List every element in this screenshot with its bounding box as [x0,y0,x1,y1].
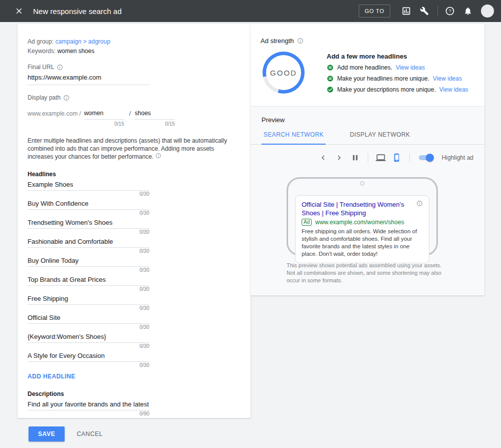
top-bar: New responsive search ad GO TO ? [0,0,501,22]
headline-input-6[interactable] [28,274,149,286]
ad-strength-gauge: GOOD [263,52,305,94]
headline-field: 0/30 [28,236,149,254]
close-icon[interactable] [13,5,25,17]
save-button[interactable]: SAVE [29,426,65,441]
info-icon[interactable] [416,200,423,207]
ad-badge: Ad [302,219,312,226]
phone-mockup: Official Site | Trendsetting Women's Sho… [287,177,438,256]
suggestion-text: Make your headlines more unique. [337,75,429,82]
intro-text-content: Enter multiple headlines and description… [28,137,227,160]
char-counter: 0/90 [28,411,149,416]
ad-display-url: www.example.com/women/shoes [315,219,404,226]
description-input-1[interactable] [28,398,149,410]
description-input-2[interactable] [28,417,149,418]
mobile-preview-icon[interactable] [391,152,402,163]
controls-divider [368,153,368,162]
final-url-label: Final URL [28,64,54,71]
ad-strength-suggestions: Add a few more headlines Add more headli… [327,52,468,94]
headline-field: 0/30 [28,217,149,235]
char-counter: 0/15 [84,121,124,127]
view-ideas-link[interactable]: View ideas [433,75,462,82]
suggestions-heading: Add a few more headlines [327,53,468,60]
cancel-button[interactable]: CANCEL [77,430,103,437]
preview-label: Preview [250,107,484,124]
suggestion-item: Make your descriptions more unique. View… [327,86,468,93]
ad-description: Free shipping on all orders. Wide select… [302,228,423,258]
notifications-bell-icon[interactable] [462,5,474,17]
ad-preview-card: Official Site | Trendsetting Women's Sho… [295,195,429,263]
descriptions-label: Descriptions [28,390,240,397]
new-responsive-search-ad-page: New responsive search ad GO TO ? Ad grou… [0,0,501,448]
highlight-ad-label: Highlight ad [442,154,473,161]
headline-input-8[interactable] [28,312,149,324]
headline-input-7[interactable] [28,293,149,305]
headline-input-5[interactable] [28,255,149,267]
topbar-divider [437,6,438,16]
add-headline-button[interactable]: ADD HEADLINE [28,373,75,380]
headline-field: 0/30 [28,198,149,216]
toggle-knob [426,154,434,162]
previous-ad-chevron-icon[interactable] [318,152,329,163]
path-separator: / [129,107,131,117]
keywords-value: women shoes [57,48,94,55]
ad-title-row: Official Site | Trendsetting Women's Sho… [302,200,423,217]
description-field: 0/90 [28,417,149,418]
footer-actions: SAVE CANCEL [29,426,103,441]
info-icon[interactable] [297,38,304,44]
ad-title-link[interactable]: Official Site | Trendsetting Women's Sho… [302,200,412,217]
char-counter: 0/30 [28,210,149,216]
next-ad-chevron-icon[interactable] [334,152,345,163]
display-path-field-2: 0/15 [135,107,175,127]
headline-field: 0/30 [28,312,149,330]
tab-display-network[interactable]: DISPLAY NETWORK [348,131,412,144]
ad-group-line: Ad group: campaign > adgroup [28,38,240,45]
tab-search-network[interactable]: SEARCH NETWORK [262,131,326,145]
suggestion-text: Make your descriptions more unique. [337,86,436,93]
headline-input-3[interactable] [28,217,149,229]
suggestion-item: Make your headlines more unique. View id… [327,75,468,82]
ad-form-card: Ad group: campaign > adgroup Keywords: w… [18,24,250,418]
go-to-button[interactable]: GO TO [359,5,390,18]
headline-field: 0/30 [28,274,149,292]
display-path-field-1: 0/15 [84,107,124,127]
info-icon[interactable] [63,95,70,101]
tools-wrench-icon[interactable] [418,5,430,17]
char-counter: 0/30 [28,305,149,311]
char-counter: 0/30 [28,191,149,197]
headline-input-4[interactable] [28,236,149,248]
desktop-preview-icon[interactable] [375,152,386,163]
headline-input-2[interactable] [28,198,149,210]
phone-camera-dot [360,181,365,186]
headline-field: 0/30 [28,255,149,273]
headline-field: 0/30 [28,331,149,349]
headline-input-10[interactable] [28,350,149,362]
keywords-label: Keywords: [28,48,56,55]
page-title: New responsive search ad [33,7,122,16]
ad-strength-preview-card: Ad strength GOOD Add a few more headline… [250,24,484,295]
description-field: 0/90 [28,398,149,416]
help-icon[interactable]: ? [444,5,456,17]
final-url-input[interactable] [28,71,149,85]
ad-strength-rating: GOOD [266,55,301,90]
headline-field: 0/30 [28,179,149,197]
ad-strength-body: GOOD Add a few more headlines Add more h… [261,52,474,94]
account-avatar[interactable] [481,5,494,18]
preview-disclaimer: This preview shows potential ads assembl… [287,262,446,284]
ad-strength-section: Ad strength GOOD Add a few more headline… [250,24,484,106]
char-counter: 0/30 [28,267,149,273]
pause-icon[interactable] [350,152,361,163]
info-icon[interactable] [155,153,161,159]
char-counter: 0/30 [28,229,149,235]
reports-chart-icon[interactable] [400,5,412,17]
info-icon[interactable] [57,64,63,71]
headline-input-9[interactable] [28,331,149,343]
view-ideas-link[interactable]: View ideas [396,64,425,71]
display-path-input-2[interactable] [135,107,175,120]
final-url-label-row: Final URL [28,64,240,71]
view-ideas-link[interactable]: View ideas [439,86,468,93]
display-path-input-1[interactable] [84,107,124,120]
highlight-ad-toggle[interactable] [419,154,434,162]
ad-group-link[interactable]: campaign > adgroup [55,38,110,45]
headline-input-1[interactable] [28,179,149,191]
ad-url-row: Ad www.example.com/women/shoes [302,219,423,226]
